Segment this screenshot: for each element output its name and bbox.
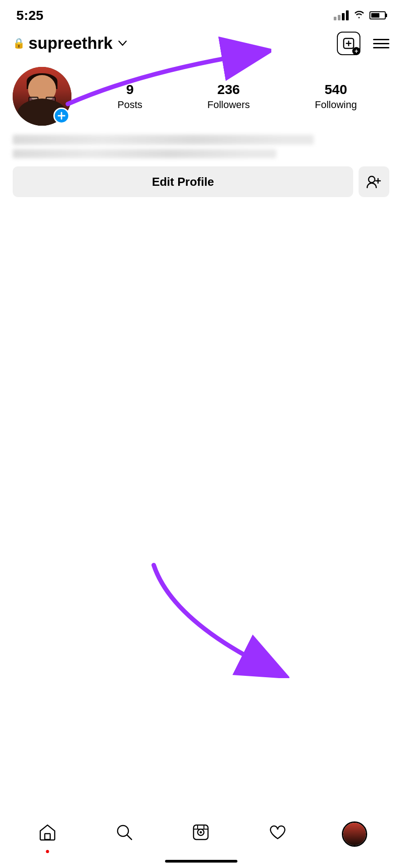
svg-point-7 xyxy=(369,176,375,183)
reels-icon[interactable] xyxy=(192,824,209,845)
signal-icon xyxy=(334,10,349,20)
wifi-icon xyxy=(353,9,365,21)
menu-line-mid xyxy=(373,43,389,44)
svg-point-15 xyxy=(200,831,202,833)
following-count: 540 xyxy=(325,82,347,97)
add-post-button[interactable]: + xyxy=(337,32,360,55)
following-stat[interactable]: 540 Following xyxy=(315,82,357,111)
hamburger-menu-button[interactable] xyxy=(373,39,389,48)
posts-label: Posts xyxy=(118,99,142,111)
header-username-section[interactable]: 🔒 supreethrk xyxy=(13,34,127,53)
bottom-nav xyxy=(0,809,402,868)
stats-container: 9 Posts 236 Followers 540 Following xyxy=(85,82,389,111)
following-label: Following xyxy=(315,99,357,111)
profile-section: 9 Posts 236 Followers 540 Following Edit… xyxy=(0,60,402,197)
heart-icon[interactable] xyxy=(269,824,287,844)
posts-count: 9 xyxy=(126,82,134,97)
svg-line-12 xyxy=(127,835,132,840)
bio-area xyxy=(13,135,389,158)
suggest-people-button[interactable] xyxy=(359,166,389,197)
svg-rect-10 xyxy=(45,834,50,840)
nav-home[interactable] xyxy=(29,816,66,852)
avatar-container[interactable] xyxy=(13,67,71,126)
home-active-dot xyxy=(46,850,49,853)
nav-activity[interactable] xyxy=(260,816,296,852)
battery-icon xyxy=(369,11,386,19)
status-bar: 5:25 xyxy=(0,0,402,27)
menu-line-top xyxy=(373,39,389,40)
nav-profile[interactable] xyxy=(336,816,373,852)
bottom-arrow-annotation xyxy=(118,552,289,678)
lock-icon: 🔒 xyxy=(13,38,25,49)
followers-count: 236 xyxy=(218,82,240,97)
action-buttons: Edit Profile xyxy=(13,166,389,197)
bio-line-2 xyxy=(13,149,276,158)
edit-profile-button[interactable]: Edit Profile xyxy=(13,166,353,197)
status-icons xyxy=(334,9,386,21)
account-switcher-icon[interactable] xyxy=(118,38,127,49)
username[interactable]: supreethrk xyxy=(28,34,113,53)
header-actions: + xyxy=(337,32,389,55)
home-icon[interactable] xyxy=(38,824,57,845)
home-indicator xyxy=(165,860,237,863)
add-icon-badge: + xyxy=(352,47,360,55)
profile-top-row: 9 Posts 236 Followers 540 Following xyxy=(13,67,389,126)
search-icon[interactable] xyxy=(116,824,133,845)
posts-stat[interactable]: 9 Posts xyxy=(118,82,142,111)
nav-search[interactable] xyxy=(106,816,142,852)
followers-label: Followers xyxy=(207,99,250,111)
add-story-button[interactable] xyxy=(53,108,70,124)
nav-reels[interactable] xyxy=(183,816,219,852)
profile-header: 🔒 supreethrk + xyxy=(0,27,402,60)
bio-line-1 xyxy=(13,135,314,145)
followers-stat[interactable]: 236 Followers xyxy=(207,82,250,111)
status-time: 5:25 xyxy=(16,8,43,23)
nav-profile-avatar[interactable] xyxy=(342,821,367,847)
menu-line-bot xyxy=(373,47,389,48)
nav-avatar-image xyxy=(343,823,366,845)
